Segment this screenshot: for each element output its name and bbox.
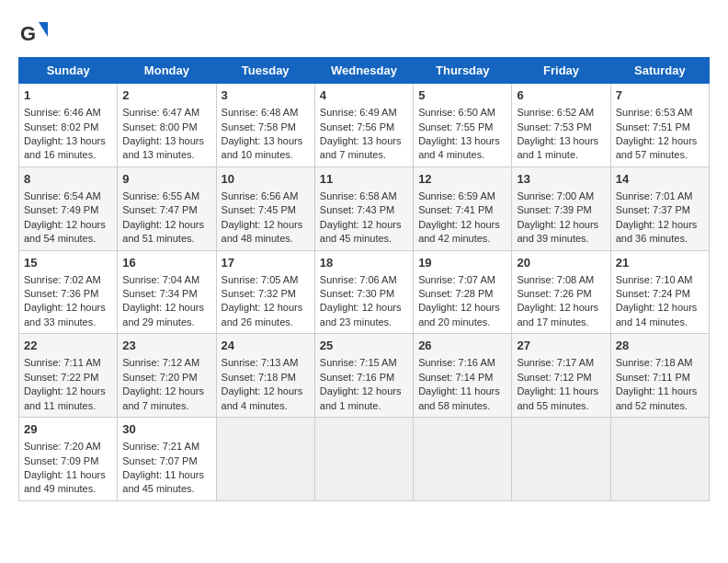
day-detail: and 7 minutes.	[320, 148, 408, 162]
calendar-cell: 4Sunrise: 6:49 AMSunset: 7:56 PMDaylight…	[314, 84, 413, 167]
logo-icon: G	[18, 18, 48, 48]
day-detail: Sunset: 7:36 PM	[24, 287, 112, 301]
day-detail: and 29 minutes.	[122, 316, 210, 329]
day-detail: and 26 minutes.	[222, 316, 310, 329]
day-detail: Sunset: 7:11 PM	[616, 371, 704, 385]
day-detail: Sunrise: 7:08 AM	[517, 273, 605, 287]
day-header-sunday: Sunday	[19, 58, 118, 84]
calendar-cell: 17Sunrise: 7:05 AMSunset: 7:32 PMDayligh…	[216, 250, 314, 334]
day-detail: and 36 minutes.	[616, 232, 704, 246]
day-detail: and 23 minutes.	[320, 316, 408, 329]
day-detail: and 4 minutes.	[222, 399, 310, 413]
day-detail: Sunset: 7:09 PM	[24, 454, 112, 468]
day-number: 4	[320, 87, 408, 104]
day-detail: Sunset: 7:49 PM	[24, 203, 112, 217]
day-number: 28	[616, 338, 704, 354]
day-detail: Daylight: 12 hours	[222, 301, 310, 315]
day-detail: and 4 minutes.	[418, 148, 506, 162]
day-detail: Daylight: 12 hours	[122, 218, 210, 232]
calendar-cell: 6Sunrise: 6:52 AMSunset: 7:53 PMDaylight…	[512, 84, 610, 167]
day-detail: Sunset: 7:51 PM	[616, 121, 704, 134]
day-detail: Sunrise: 7:15 AM	[320, 356, 408, 370]
day-detail: Daylight: 11 hours	[24, 468, 112, 482]
day-detail: Sunrise: 6:48 AM	[222, 106, 310, 120]
day-detail: Sunrise: 7:07 AM	[418, 273, 506, 287]
day-header-monday: Monday	[118, 58, 216, 84]
day-detail: Daylight: 12 hours	[24, 301, 112, 315]
day-header-saturday: Saturday	[610, 58, 709, 84]
day-detail: Daylight: 11 hours	[418, 385, 506, 398]
calendar-cell: 15Sunrise: 7:02 AMSunset: 7:36 PMDayligh…	[19, 250, 118, 334]
day-detail: Daylight: 11 hours	[616, 385, 704, 398]
day-detail: Sunset: 8:02 PM	[24, 121, 112, 134]
day-number: 15	[24, 255, 112, 271]
day-number: 16	[122, 255, 210, 271]
day-detail: Daylight: 13 hours	[320, 134, 408, 148]
day-detail: Daylight: 12 hours	[616, 301, 704, 315]
day-detail: Sunset: 7:18 PM	[222, 371, 310, 385]
calendar-cell: 18Sunrise: 7:06 AMSunset: 7:30 PMDayligh…	[314, 250, 413, 334]
day-detail: Daylight: 12 hours	[320, 218, 408, 232]
day-detail: Sunrise: 7:04 AM	[122, 273, 210, 287]
calendar-header: SundayMondayTuesdayWednesdayThursdayFrid…	[19, 58, 710, 84]
calendar-cell: 7Sunrise: 6:53 AMSunset: 7:51 PMDaylight…	[610, 84, 709, 167]
day-detail: Sunrise: 7:12 AM	[122, 356, 210, 370]
day-detail: and 11 minutes.	[24, 399, 112, 413]
calendar-table: SundayMondayTuesdayWednesdayThursdayFrid…	[18, 57, 710, 501]
day-header-thursday: Thursday	[414, 58, 512, 84]
calendar-cell: 12Sunrise: 6:59 AMSunset: 7:41 PMDayligh…	[414, 167, 512, 250]
day-detail: Sunrise: 6:55 AM	[122, 190, 210, 203]
day-number: 18	[320, 255, 408, 271]
day-detail: Daylight: 13 hours	[24, 134, 112, 148]
day-detail: Sunset: 7:12 PM	[517, 371, 605, 385]
day-detail: and 57 minutes.	[616, 148, 704, 162]
calendar-cell: 10Sunrise: 6:56 AMSunset: 7:45 PMDayligh…	[216, 167, 314, 250]
day-detail: and 1 minute.	[320, 399, 408, 413]
day-detail: Daylight: 13 hours	[122, 134, 210, 148]
day-detail: Sunrise: 7:00 AM	[517, 190, 605, 203]
calendar-cell: 9Sunrise: 6:55 AMSunset: 7:47 PMDaylight…	[118, 167, 216, 250]
calendar-cell: 26Sunrise: 7:16 AMSunset: 7:14 PMDayligh…	[414, 334, 512, 418]
day-number: 8	[24, 171, 112, 188]
day-number: 14	[616, 171, 704, 188]
day-number: 22	[24, 338, 112, 354]
calendar-cell: 20Sunrise: 7:08 AMSunset: 7:26 PMDayligh…	[512, 250, 610, 334]
calendar-cell: 11Sunrise: 6:58 AMSunset: 7:43 PMDayligh…	[314, 167, 413, 250]
calendar-cell: 28Sunrise: 7:18 AMSunset: 7:11 PMDayligh…	[610, 334, 709, 418]
day-detail: Sunset: 7:45 PM	[222, 203, 310, 217]
day-header-wednesday: Wednesday	[314, 58, 413, 84]
calendar-cell: 19Sunrise: 7:07 AMSunset: 7:28 PMDayligh…	[414, 250, 512, 334]
day-detail: and 7 minutes.	[122, 399, 210, 413]
day-detail: Sunset: 7:47 PM	[122, 203, 210, 217]
logo-line: G	[18, 18, 48, 48]
day-detail: Sunset: 7:26 PM	[517, 287, 605, 301]
header-row: SundayMondayTuesdayWednesdayThursdayFrid…	[19, 58, 710, 84]
calendar-cell: 27Sunrise: 7:17 AMSunset: 7:12 PMDayligh…	[512, 334, 610, 418]
day-detail: Sunset: 7:24 PM	[616, 287, 704, 301]
day-number: 30	[122, 421, 210, 438]
day-detail: Sunrise: 6:46 AM	[24, 106, 112, 120]
calendar-cell	[512, 418, 610, 501]
day-number: 12	[418, 171, 506, 188]
calendar-cell: 13Sunrise: 7:00 AMSunset: 7:39 PMDayligh…	[512, 167, 610, 250]
day-detail: Daylight: 12 hours	[222, 385, 310, 398]
day-detail: Daylight: 12 hours	[517, 301, 605, 315]
day-detail: Daylight: 11 hours	[517, 385, 605, 398]
day-detail: and 10 minutes.	[222, 148, 310, 162]
calendar-cell: 1Sunrise: 6:46 AMSunset: 8:02 PMDaylight…	[19, 84, 118, 167]
week-row-4: 22Sunrise: 7:11 AMSunset: 7:22 PMDayligh…	[19, 334, 710, 418]
day-number: 24	[222, 338, 310, 354]
day-detail: Sunrise: 6:54 AM	[24, 190, 112, 203]
day-detail: Daylight: 12 hours	[122, 385, 210, 398]
day-detail: Daylight: 13 hours	[517, 134, 605, 148]
calendar-cell: 8Sunrise: 6:54 AMSunset: 7:49 PMDaylight…	[19, 167, 118, 250]
day-detail: and 42 minutes.	[418, 232, 506, 246]
day-detail: Daylight: 12 hours	[24, 385, 112, 398]
day-number: 1	[24, 87, 112, 104]
day-detail: Daylight: 13 hours	[418, 134, 506, 148]
calendar-cell: 22Sunrise: 7:11 AMSunset: 7:22 PMDayligh…	[19, 334, 118, 418]
day-detail: Sunrise: 6:59 AM	[418, 190, 506, 203]
day-detail: Sunset: 7:56 PM	[320, 121, 408, 134]
day-detail: Daylight: 12 hours	[418, 301, 506, 315]
logo: G	[18, 18, 48, 48]
